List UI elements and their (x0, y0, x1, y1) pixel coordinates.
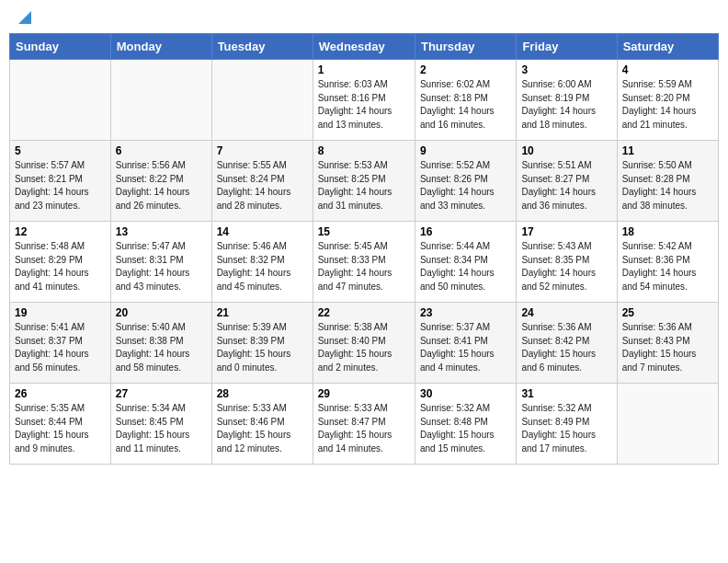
day-info: Sunrise: 5:56 AM Sunset: 8:22 PM Dayligh… (116, 159, 207, 213)
day-info: Sunrise: 5:36 AM Sunset: 8:42 PM Dayligh… (521, 321, 611, 374)
day-number: 12 (15, 225, 106, 238)
calendar-cell (617, 384, 718, 465)
day-info: Sunrise: 5:52 AM Sunset: 8:26 PM Dayligh… (420, 159, 511, 213)
day-info: Sunrise: 5:48 AM Sunset: 8:29 PM Dayligh… (15, 240, 106, 293)
day-number: 25 (622, 306, 713, 319)
day-number: 30 (420, 387, 511, 400)
day-number: 21 (217, 306, 308, 319)
calendar-week-4: 19Sunrise: 5:41 AM Sunset: 8:37 PM Dayli… (10, 303, 719, 384)
calendar-cell: 18Sunrise: 5:42 AM Sunset: 8:36 PM Dayli… (617, 222, 718, 303)
day-info: Sunrise: 5:39 AM Sunset: 8:39 PM Dayligh… (217, 321, 308, 374)
calendar-cell: 21Sunrise: 5:39 AM Sunset: 8:39 PM Dayli… (211, 303, 313, 384)
calendar-cell: 23Sunrise: 5:37 AM Sunset: 8:41 PM Dayli… (415, 303, 516, 384)
day-info: Sunrise: 5:32 AM Sunset: 8:48 PM Dayligh… (420, 402, 511, 455)
day-info: Sunrise: 6:00 AM Sunset: 8:19 PM Dayligh… (521, 78, 611, 132)
day-info: Sunrise: 5:45 AM Sunset: 8:33 PM Dayligh… (318, 240, 410, 293)
calendar-cell: 16Sunrise: 5:44 AM Sunset: 8:34 PM Dayli… (415, 222, 516, 303)
calendar-cell: 29Sunrise: 5:33 AM Sunset: 8:47 PM Dayli… (313, 384, 415, 465)
calendar-cell: 20Sunrise: 5:40 AM Sunset: 8:38 PM Dayli… (110, 303, 211, 384)
day-info: Sunrise: 5:53 AM Sunset: 8:25 PM Dayligh… (318, 159, 410, 213)
svg-marker-0 (18, 11, 31, 24)
day-number: 8 (318, 144, 410, 157)
calendar-table: SundayMondayTuesdayWednesdayThursdayFrid… (9, 33, 719, 465)
day-info: Sunrise: 6:02 AM Sunset: 8:18 PM Dayligh… (420, 78, 511, 132)
day-number: 19 (15, 306, 106, 319)
calendar-cell: 11Sunrise: 5:50 AM Sunset: 8:28 PM Dayli… (617, 141, 718, 222)
day-info: Sunrise: 5:59 AM Sunset: 8:20 PM Dayligh… (622, 78, 713, 132)
day-number: 11 (622, 144, 713, 157)
calendar-cell: 27Sunrise: 5:34 AM Sunset: 8:45 PM Dayli… (110, 384, 211, 465)
calendar-cell: 5Sunrise: 5:57 AM Sunset: 8:21 PM Daylig… (10, 141, 111, 222)
calendar-week-3: 12Sunrise: 5:48 AM Sunset: 8:29 PM Dayli… (10, 222, 719, 303)
day-info: Sunrise: 5:55 AM Sunset: 8:24 PM Dayligh… (217, 159, 308, 213)
calendar-cell: 3Sunrise: 6:00 AM Sunset: 8:19 PM Daylig… (517, 60, 617, 141)
calendar-week-5: 26Sunrise: 5:35 AM Sunset: 8:44 PM Dayli… (10, 384, 719, 465)
day-info: Sunrise: 5:47 AM Sunset: 8:31 PM Dayligh… (116, 240, 207, 293)
weekday-header-wednesday: Wednesday (313, 34, 415, 60)
calendar-cell: 19Sunrise: 5:41 AM Sunset: 8:37 PM Dayli… (10, 303, 111, 384)
day-info: Sunrise: 5:40 AM Sunset: 8:38 PM Dayligh… (116, 321, 207, 374)
weekday-header-thursday: Thursday (415, 34, 516, 60)
calendar-cell: 1Sunrise: 6:03 AM Sunset: 8:16 PM Daylig… (313, 60, 415, 141)
day-number: 9 (420, 144, 511, 157)
calendar-cell: 4Sunrise: 5:59 AM Sunset: 8:20 PM Daylig… (617, 60, 718, 141)
day-number: 16 (420, 225, 511, 238)
calendar-cell: 28Sunrise: 5:33 AM Sunset: 8:46 PM Dayli… (211, 384, 313, 465)
day-number: 26 (15, 387, 106, 400)
calendar-cell: 25Sunrise: 5:36 AM Sunset: 8:43 PM Dayli… (617, 303, 718, 384)
day-info: Sunrise: 5:50 AM Sunset: 8:28 PM Dayligh… (622, 159, 713, 213)
day-number: 28 (217, 387, 308, 400)
calendar-cell: 12Sunrise: 5:48 AM Sunset: 8:29 PM Dayli… (10, 222, 111, 303)
day-number: 31 (521, 387, 611, 400)
day-info: Sunrise: 5:57 AM Sunset: 8:21 PM Dayligh… (15, 159, 106, 213)
day-info: Sunrise: 5:35 AM Sunset: 8:44 PM Dayligh… (15, 402, 106, 455)
logo-triangle-icon (15, 9, 31, 26)
day-info: Sunrise: 5:46 AM Sunset: 8:32 PM Dayligh… (217, 240, 308, 293)
day-number: 1 (318, 63, 410, 76)
calendar-cell: 10Sunrise: 5:51 AM Sunset: 8:27 PM Dayli… (517, 141, 617, 222)
day-info: Sunrise: 5:51 AM Sunset: 8:27 PM Dayligh… (521, 159, 611, 213)
day-number: 7 (217, 144, 308, 157)
logo (13, 9, 31, 28)
day-number: 13 (116, 225, 207, 238)
day-number: 18 (622, 225, 713, 238)
day-number: 6 (116, 144, 207, 157)
calendar-cell (110, 60, 211, 141)
calendar-cell: 15Sunrise: 5:45 AM Sunset: 8:33 PM Dayli… (313, 222, 415, 303)
day-number: 5 (15, 144, 106, 157)
day-info: Sunrise: 5:42 AM Sunset: 8:36 PM Dayligh… (622, 240, 713, 293)
day-info: Sunrise: 5:43 AM Sunset: 8:35 PM Dayligh… (521, 240, 611, 293)
weekday-header-friday: Friday (517, 34, 617, 60)
day-number: 14 (217, 225, 308, 238)
weekday-header-saturday: Saturday (617, 34, 718, 60)
day-info: Sunrise: 5:33 AM Sunset: 8:47 PM Dayligh… (318, 402, 410, 455)
calendar-cell: 9Sunrise: 5:52 AM Sunset: 8:26 PM Daylig… (415, 141, 516, 222)
day-number: 4 (622, 63, 713, 76)
weekday-header-monday: Monday (110, 34, 211, 60)
calendar-cell: 8Sunrise: 5:53 AM Sunset: 8:25 PM Daylig… (313, 141, 415, 222)
calendar-cell: 31Sunrise: 5:32 AM Sunset: 8:49 PM Dayli… (517, 384, 617, 465)
day-number: 23 (420, 306, 511, 319)
calendar-cell: 13Sunrise: 5:47 AM Sunset: 8:31 PM Dayli… (110, 222, 211, 303)
calendar-cell: 22Sunrise: 5:38 AM Sunset: 8:40 PM Dayli… (313, 303, 415, 384)
page-header (9, 9, 719, 28)
day-info: Sunrise: 5:37 AM Sunset: 8:41 PM Dayligh… (420, 321, 511, 374)
day-info: Sunrise: 5:44 AM Sunset: 8:34 PM Dayligh… (420, 240, 511, 293)
calendar-cell: 2Sunrise: 6:02 AM Sunset: 8:18 PM Daylig… (415, 60, 516, 141)
day-number: 3 (521, 63, 611, 76)
day-number: 29 (318, 387, 410, 400)
calendar-cell (10, 60, 111, 141)
calendar-cell: 24Sunrise: 5:36 AM Sunset: 8:42 PM Dayli… (517, 303, 617, 384)
calendar-cell: 17Sunrise: 5:43 AM Sunset: 8:35 PM Dayli… (517, 222, 617, 303)
day-number: 22 (318, 306, 410, 319)
calendar-week-2: 5Sunrise: 5:57 AM Sunset: 8:21 PM Daylig… (10, 141, 719, 222)
calendar-cell: 26Sunrise: 5:35 AM Sunset: 8:44 PM Dayli… (10, 384, 111, 465)
day-info: Sunrise: 5:32 AM Sunset: 8:49 PM Dayligh… (521, 402, 611, 455)
calendar-cell: 6Sunrise: 5:56 AM Sunset: 8:22 PM Daylig… (110, 141, 211, 222)
day-number: 17 (521, 225, 611, 238)
day-info: Sunrise: 5:41 AM Sunset: 8:37 PM Dayligh… (15, 321, 106, 374)
day-number: 24 (521, 306, 611, 319)
weekday-header-row: SundayMondayTuesdayWednesdayThursdayFrid… (10, 34, 719, 60)
day-number: 15 (318, 225, 410, 238)
day-number: 27 (116, 387, 207, 400)
